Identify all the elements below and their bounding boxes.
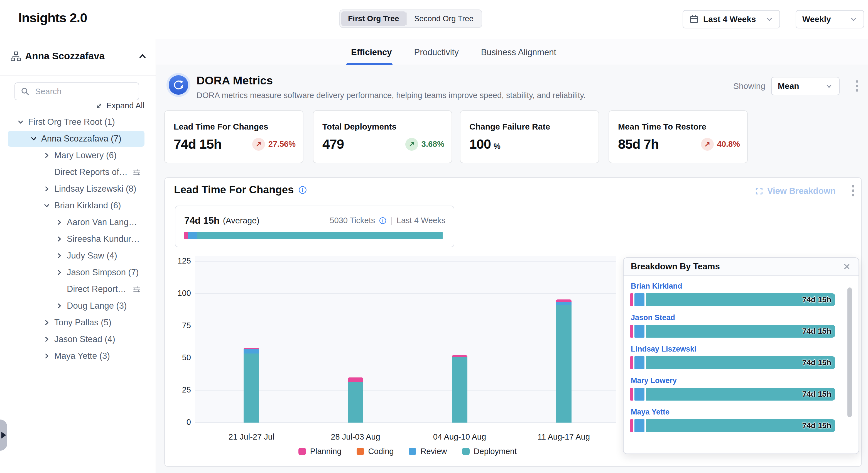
legend-item[interactable]: Review xyxy=(409,447,447,456)
lead-time-menu-button[interactable] xyxy=(852,185,855,197)
org-tree-toggle-second[interactable]: Second Org Tree xyxy=(408,11,480,26)
legend-item[interactable]: Planning xyxy=(299,447,342,456)
chevron-right-icon[interactable] xyxy=(43,336,51,343)
y-axis-tick-label: 100 xyxy=(166,289,191,298)
tree-item-label: Lindsay Liszewski (8) xyxy=(54,184,136,194)
breakdown-stacked-bar: 74d 15h xyxy=(630,356,835,369)
tab-efficiency[interactable]: Efficiency xyxy=(351,47,392,57)
search-icon xyxy=(21,87,30,96)
stacked-bar[interactable] xyxy=(244,348,259,422)
legend-item[interactable]: Coding xyxy=(356,447,394,456)
metric-card-value: 74d 15h xyxy=(174,137,222,152)
chevron-right-icon[interactable] xyxy=(56,219,63,226)
chevron-right-icon[interactable] xyxy=(43,352,51,360)
expand-icon xyxy=(755,187,763,195)
info-icon[interactable] xyxy=(379,217,387,225)
org-tree: First Org Tree Root (1)Anna Scozzafava (… xyxy=(0,114,156,473)
strip-segment-deployment xyxy=(197,232,443,239)
stacked-bar[interactable] xyxy=(452,355,467,422)
metric-card-title: Change Failure Rate xyxy=(469,122,550,131)
metric-card-title: Total Deployments xyxy=(322,122,396,131)
strip-segment-review xyxy=(188,232,197,239)
info-icon[interactable] xyxy=(298,185,307,195)
tree-item[interactable]: Judy Saw (4) xyxy=(8,248,145,264)
tree-item[interactable]: Direct Reports of A... xyxy=(8,164,145,180)
tree-item[interactable]: Jason Stead (4) xyxy=(8,331,145,347)
tree-item-label: Jason Stead (4) xyxy=(54,334,115,344)
view-breakdown-button[interactable]: View Breakdown xyxy=(755,186,836,196)
tree-item[interactable]: Maya Yette (3) xyxy=(8,348,145,364)
chevron-up-icon[interactable] xyxy=(138,52,147,61)
bar-segment-review xyxy=(634,293,645,306)
tree-item[interactable]: Tony Pallas (5) xyxy=(8,315,145,331)
org-tree-toggle-first[interactable]: First Org Tree xyxy=(341,11,406,26)
chevron-down-icon[interactable] xyxy=(30,135,37,142)
tree-item-label: Direct Reports of A... xyxy=(54,167,128,177)
expand-all-icon xyxy=(95,102,103,110)
tree-item[interactable]: Lindsay Liszewski (8) xyxy=(8,181,145,197)
stacked-bar[interactable] xyxy=(348,378,363,422)
tree-item[interactable]: Doug Lange (3) xyxy=(8,298,145,314)
tab-business-alignment[interactable]: Business Alignment xyxy=(481,47,557,57)
breakdown-team-link[interactable]: Jason Stead xyxy=(631,314,835,322)
search-input[interactable] xyxy=(34,86,133,96)
tree-item[interactable]: Anna Scozzafava (7) xyxy=(8,131,145,147)
breakdown-team-link[interactable]: Mary Lowery xyxy=(631,376,835,385)
divider: | xyxy=(391,216,393,225)
date-range-select[interactable]: Last 4 Weeks xyxy=(683,10,780,28)
breakdown-value: 74d 15h xyxy=(802,327,831,336)
stacked-bar[interactable] xyxy=(556,299,571,422)
sidebar-expand-handle[interactable] xyxy=(0,419,7,451)
expand-all-button[interactable]: Expand All xyxy=(95,101,145,110)
tree-item[interactable]: Sireesha Kunduri (7) xyxy=(8,231,145,247)
breakdown-row: Brian Kirkland74d 15h xyxy=(630,282,835,306)
showing-label: Showing xyxy=(733,81,765,91)
sliders-icon[interactable] xyxy=(132,168,141,177)
chevron-right-icon[interactable] xyxy=(56,235,63,243)
tree-item-label: Doug Lange (3) xyxy=(67,301,127,311)
sliders-icon[interactable] xyxy=(132,285,141,294)
bar-segment-review xyxy=(244,349,259,354)
granularity-select[interactable]: Weekly xyxy=(796,10,864,28)
breakdown-team-link[interactable]: Lindsay Liszewski xyxy=(631,345,835,354)
app-title: Insights 2.0 xyxy=(19,10,87,25)
chevron-right-icon[interactable] xyxy=(56,252,63,259)
breakdown-scrollbar-thumb[interactable] xyxy=(847,288,852,417)
legend-swatch xyxy=(462,448,470,455)
breakdown-row: Mary Lowery74d 15h xyxy=(630,376,835,401)
search-box[interactable] xyxy=(14,83,139,100)
bar-segment-deployment xyxy=(556,305,571,422)
chevron-right-icon[interactable] xyxy=(56,269,63,276)
y-axis-tick-label: 75 xyxy=(166,321,191,330)
sidebar-header: Anna Scozzafava xyxy=(0,39,156,76)
breakdown-team-link[interactable]: Brian Kirkland xyxy=(631,282,835,291)
calendar-icon xyxy=(689,14,699,24)
tree-item[interactable]: Direct Reports ... xyxy=(8,281,145,297)
chevron-right-icon[interactable] xyxy=(43,185,51,193)
bar-segment-review xyxy=(556,302,571,305)
chevron-right-icon[interactable] xyxy=(43,319,51,326)
bar-segment-planning xyxy=(630,293,633,306)
chevron-right-icon[interactable] xyxy=(43,152,51,159)
tab-productivity[interactable]: Productivity xyxy=(414,47,459,57)
legend-label: Deployment xyxy=(474,447,517,456)
tree-item[interactable]: First Org Tree Root (1) xyxy=(8,114,145,130)
legend-item[interactable]: Deployment xyxy=(462,447,517,456)
trend-delta: 27.56% xyxy=(268,140,296,149)
chevron-down-icon[interactable] xyxy=(17,118,24,126)
dora-menu-button[interactable] xyxy=(856,80,858,92)
chevron-right-icon[interactable] xyxy=(56,302,63,309)
breakdown-team-link[interactable]: Maya Yette xyxy=(631,408,835,416)
breakdown-rows: Brian Kirkland74d 15hJason Stead74d 15hL… xyxy=(624,276,859,453)
tree-item[interactable]: Jason Simpson (7) xyxy=(8,264,145,280)
tree-item-label: First Org Tree Root (1) xyxy=(28,117,115,127)
tree-item-label: Sireesha Kunduri (7) xyxy=(67,234,141,244)
showing-select[interactable]: Mean xyxy=(771,77,840,95)
tree-item[interactable]: Brian Kirkland (6) xyxy=(8,198,145,214)
close-icon[interactable] xyxy=(842,262,851,271)
bar-segment-deployment: 74d 15h xyxy=(646,356,835,369)
tree-item[interactable]: Aaron Van Langen... xyxy=(8,214,145,230)
chevron-down-icon[interactable] xyxy=(43,202,51,209)
x-axis-tick-label: 21 Jul-27 Jul xyxy=(207,432,296,442)
tree-item[interactable]: Mary Lowery (6) xyxy=(8,147,145,164)
